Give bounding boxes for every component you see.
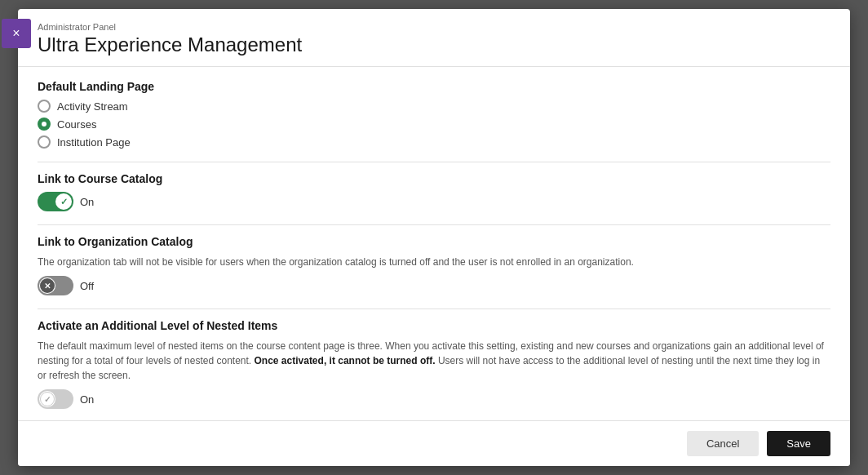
toggle-track-org: ✕: [38, 276, 73, 295]
toggle-thumb-org: ✕: [39, 277, 55, 294]
default-landing-page-section: Default Landing Page Activity Stream Cou…: [38, 80, 830, 149]
nested-items-toggle[interactable]: ✓: [38, 389, 73, 409]
link-org-catalog-toggle-label: Off: [80, 280, 94, 292]
link-org-catalog-description: The organization tab will not be visible…: [38, 255, 830, 269]
toggle-track-nested: ✓: [38, 389, 73, 409]
radio-courses[interactable]: Courses: [38, 118, 830, 131]
link-course-catalog-toggle-row: ✓ On: [38, 192, 830, 211]
link-org-catalog-section: Link to Organization Catalog The organiz…: [38, 235, 830, 295]
toggle-track-course: ✓: [38, 192, 73, 211]
link-course-catalog-toggle[interactable]: ✓: [38, 192, 73, 211]
nested-items-title: Activate an Additional Level of Nested I…: [38, 319, 830, 332]
divider-2: [38, 224, 830, 225]
cancel-button[interactable]: Cancel: [687, 431, 759, 456]
toggle-thumb-course: ✓: [55, 193, 72, 210]
check-icon-course: ✓: [56, 194, 71, 209]
x-icon-org: ✕: [40, 278, 55, 293]
nested-items-toggle-label: On: [80, 393, 94, 406]
modal: × Administrator Panel Ultra Experience M…: [18, 9, 850, 466]
radio-circle-institution: [38, 135, 51, 149]
toggle-thumb-nested: ✓: [39, 391, 55, 407]
check-icon-nested: ✓: [40, 392, 55, 406]
radio-institution-page[interactable]: Institution Page: [38, 135, 830, 149]
link-org-catalog-toggle-row: ✕ Off: [38, 276, 830, 295]
nested-items-description: The default maximum level of nested item…: [38, 339, 830, 383]
modal-overlay: × Administrator Panel Ultra Experience M…: [0, 0, 868, 475]
link-course-catalog-section: Link to Course Catalog ✓ On: [38, 172, 830, 211]
radio-activity-stream[interactable]: Activity Stream: [38, 100, 830, 113]
nested-items-section: Activate an Additional Level of Nested I…: [38, 319, 830, 409]
divider-3: [38, 309, 830, 309]
nested-items-toggle-row: ✓ On: [38, 389, 830, 409]
modal-header: Administrator Panel Ultra Experience Man…: [18, 9, 850, 67]
link-org-catalog-title: Link to Organization Catalog: [38, 235, 830, 248]
link-course-catalog-title: Link to Course Catalog: [38, 172, 830, 185]
admin-panel-label: Administrator Panel: [38, 22, 830, 32]
link-course-catalog-toggle-label: On: [80, 196, 94, 208]
default-landing-page-title: Default Landing Page: [38, 80, 830, 93]
close-button[interactable]: ×: [2, 19, 31, 48]
save-button[interactable]: Save: [767, 431, 830, 456]
page-title: Ultra Experience Management: [38, 33, 830, 56]
divider-1: [38, 162, 830, 162]
modal-body: Default Landing Page Activity Stream Cou…: [18, 67, 850, 420]
link-org-catalog-toggle[interactable]: ✕: [38, 276, 73, 295]
radio-circle-courses: [38, 118, 51, 131]
landing-page-radio-group: Activity Stream Courses Institution Page: [38, 100, 830, 149]
radio-circle-activity-stream: [38, 100, 51, 113]
modal-footer: Cancel Save: [18, 420, 850, 466]
